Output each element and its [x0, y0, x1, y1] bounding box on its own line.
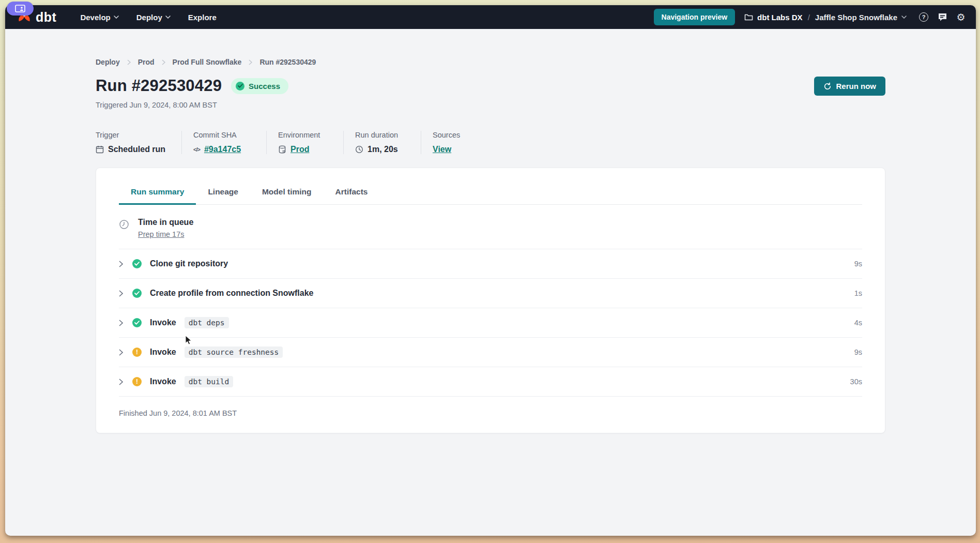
navigation-preview-button[interactable]: Navigation preview: [654, 9, 736, 25]
breadcrumb-prod[interactable]: Prod: [138, 58, 155, 66]
prep-time-link[interactable]: Prep time 17s: [138, 230, 184, 238]
dbt-logo-text: dbt: [36, 10, 56, 25]
tab-run-summary[interactable]: Run summary: [119, 182, 196, 205]
breadcrumb-run[interactable]: Run #292530429: [259, 58, 316, 66]
breadcrumb-deploy[interactable]: Deploy: [96, 58, 120, 66]
project-switcher[interactable]: dbt Labs DX / Jaffle Shop Snowflake: [744, 13, 907, 22]
step-duration: 30s: [850, 378, 862, 386]
queue-title: Time in queue: [138, 218, 193, 227]
meta-environment: Environment Prod: [278, 131, 344, 154]
step-row-clone-git[interactable]: Clone git repository 9s: [119, 249, 862, 279]
environment-link[interactable]: Prod: [290, 145, 309, 154]
tab-bar: Run summary Lineage Model timing Artifac…: [119, 168, 862, 205]
finished-timestamp: Finished Jun 9, 2024, 8:01 AM BST: [119, 397, 862, 433]
status-badge-label: Success: [249, 82, 280, 90]
step-label: Invoke: [150, 377, 176, 386]
step-label: Invoke: [150, 348, 176, 357]
gear-icon[interactable]: ⚙: [955, 11, 967, 23]
tab-artifacts[interactable]: Artifacts: [324, 182, 380, 205]
trigger-value: Scheduled run: [108, 145, 165, 154]
success-check-icon: [236, 82, 244, 90]
chevron-right-icon[interactable]: [119, 349, 124, 356]
step-duration: 4s: [854, 319, 862, 327]
rerun-now-button[interactable]: Rerun now: [814, 77, 886, 96]
sources-view-link[interactable]: View: [433, 145, 451, 154]
folder-icon: [744, 13, 753, 21]
meta-run-duration: Run duration 1m, 20s: [355, 131, 421, 154]
warning-icon: !: [132, 348, 142, 357]
warning-icon: !: [132, 377, 142, 386]
commit-sha-link[interactable]: #9a147c5: [204, 145, 241, 154]
project-name: Jaffle Shop Snowflake: [815, 13, 897, 22]
desktop-backdrop: dbt Develop Deploy Explore Navigation pr…: [0, 0, 980, 543]
step-row-dbt-source-freshness[interactable]: ! Invoke dbt source freshness 9s: [119, 338, 862, 367]
triggered-timestamp: Triggered Jun 9, 2024, 8:00 AM BST: [96, 101, 288, 109]
success-check-icon: [132, 318, 142, 327]
step-row-dbt-deps[interactable]: Invoke dbt deps 4s: [119, 308, 862, 338]
chevron-right-icon[interactable]: [119, 290, 124, 297]
run-duration-value: 1m, 20s: [368, 145, 398, 154]
top-nav: dbt Develop Deploy Explore Navigation pr…: [5, 5, 976, 29]
run-detail-page: Deploy Prod Prod Full Snowflake Run #292…: [5, 29, 976, 536]
breadcrumb: Deploy Prod Prod Full Snowflake Run #292…: [96, 58, 885, 66]
meta-sources: Sources View: [433, 131, 471, 154]
run-summary-card: Run summary Lineage Model timing Artifac…: [96, 168, 885, 433]
step-duration: 1s: [854, 289, 862, 297]
step-row-dbt-build[interactable]: ! Invoke dbt build 30s: [119, 367, 862, 397]
chevron-down-icon: [901, 16, 907, 19]
step-label: Invoke: [150, 318, 176, 327]
nav-menu-deploy[interactable]: Deploy: [129, 9, 178, 26]
chevron-down-icon: [114, 16, 119, 19]
step-command: dbt source freshness: [185, 346, 283, 358]
step-row-create-profile[interactable]: Create profile from connection Snowflake…: [119, 279, 862, 308]
step-label: Create profile from connection Snowflake: [150, 289, 314, 298]
chevron-right-icon[interactable]: [119, 261, 124, 267]
queue-clock-icon: [119, 219, 129, 232]
step-label: Clone git repository: [150, 259, 228, 268]
refresh-icon: [823, 82, 832, 90]
chevron-right-icon[interactable]: [119, 379, 124, 385]
time-in-queue-row: Time in queue Prep time 17s: [119, 205, 862, 249]
chevron-down-icon: [165, 16, 171, 19]
status-badge: Success: [231, 78, 288, 94]
page-title: Run #292530429: [96, 77, 222, 95]
account-name: dbt Labs DX: [757, 13, 803, 22]
screen-share-badge[interactable]: [7, 2, 34, 16]
feedback-icon[interactable]: [937, 11, 948, 23]
step-command: dbt build: [185, 376, 234, 387]
clock-icon: [355, 145, 363, 154]
step-command: dbt deps: [185, 317, 229, 328]
run-metadata: Trigger Scheduled run Commit SHA </> #: [96, 131, 885, 154]
tab-model-timing[interactable]: Model timing: [250, 182, 324, 205]
calendar-icon: [96, 145, 104, 154]
nav-menu-develop[interactable]: Develop: [73, 9, 126, 26]
success-check-icon: [132, 289, 142, 298]
code-icon: </>: [193, 146, 200, 153]
help-icon[interactable]: ?: [918, 11, 929, 23]
step-duration: 9s: [854, 260, 862, 268]
app-window: dbt Develop Deploy Explore Navigation pr…: [5, 5, 976, 536]
path-separator: /: [808, 13, 810, 22]
chevron-right-icon[interactable]: [119, 320, 124, 326]
meta-trigger: Trigger Scheduled run: [96, 131, 182, 154]
meta-commit-sha: Commit SHA </> #9a147c5: [193, 131, 267, 154]
breadcrumb-job[interactable]: Prod Full Snowflake: [173, 58, 242, 66]
database-icon: [278, 145, 286, 154]
tab-lineage[interactable]: Lineage: [196, 182, 250, 205]
breadcrumb-separator-icon: [249, 59, 252, 65]
screen-share-icon: [15, 5, 25, 12]
step-duration: 9s: [854, 348, 862, 356]
success-check-icon: [132, 259, 142, 268]
breadcrumb-separator-icon: [162, 59, 165, 65]
breadcrumb-separator-icon: [127, 59, 131, 65]
nav-menu-explore[interactable]: Explore: [181, 9, 224, 26]
